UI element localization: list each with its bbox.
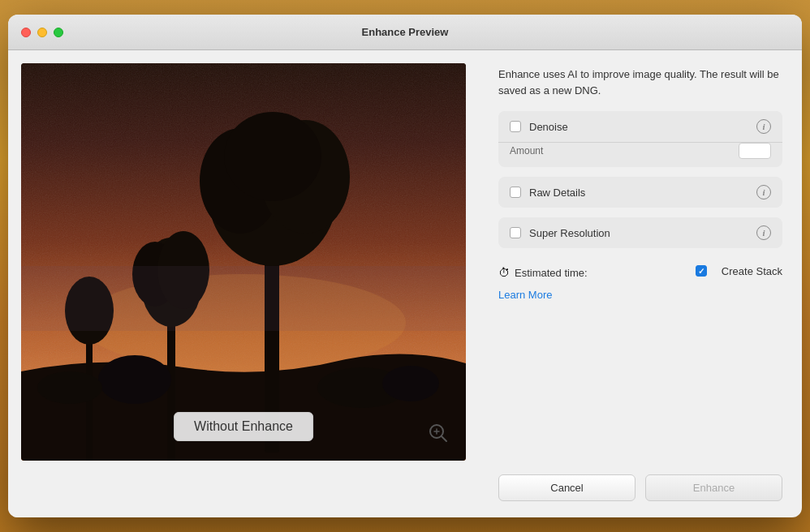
without-enhance-badge: Without Enhance [174,412,313,441]
right-panel: Enhance uses AI to improve image quality… [479,50,802,517]
clock-icon: ⏱ [498,266,510,279]
amount-label: Amount [510,145,732,157]
amount-input[interactable] [739,143,771,159]
window-controls [21,28,63,37]
super-resolution-info-icon[interactable]: i [756,225,771,240]
enhance-preview-window: Enhance Preview [8,15,802,517]
svg-rect-19 [21,63,466,461]
maximize-button[interactable] [54,28,63,37]
denoise-label: Denoise [529,121,756,133]
zoom-icon[interactable] [427,422,450,444]
learn-more-link[interactable]: Learn More [498,289,782,301]
raw-details-section: Raw Details i [498,177,782,208]
enhance-button[interactable]: Enhance [645,474,782,501]
denoise-checkbox[interactable] [510,121,521,132]
preview-image: Without Enhance [21,63,466,461]
denoise-info-icon[interactable]: i [756,119,771,134]
raw-details-label: Raw Details [529,187,756,199]
close-button[interactable] [21,28,31,37]
window-title: Enhance Preview [362,26,449,38]
minimize-button[interactable] [37,28,47,37]
super-resolution-section: Super Resolution i [498,217,782,248]
raw-details-info-icon[interactable]: i [756,185,771,200]
denoise-section: Denoise i Amount [498,111,782,167]
denoise-row: Denoise i [498,111,782,143]
image-panel: Without Enhance [8,50,479,517]
amount-row: Amount [498,143,782,167]
raw-details-checkbox[interactable] [510,187,521,198]
create-stack-checkbox[interactable] [696,265,707,277]
super-resolution-checkbox[interactable] [510,227,521,238]
super-resolution-row: Super Resolution i [498,217,782,248]
estimated-time-row: ⏱ Estimated time: [498,266,588,279]
create-stack-label: Create Stack [722,265,782,277]
main-content: Without Enhance Enhance uses AI to impro… [8,50,802,517]
raw-details-row: Raw Details i [498,177,782,208]
title-bar: Enhance Preview [8,15,802,50]
svg-line-21 [442,436,446,441]
estimated-label: Estimated time: [515,267,588,279]
super-resolution-label: Super Resolution [529,227,756,239]
create-stack-section: Create Stack [696,265,782,277]
description-text: Enhance uses AI to improve image quality… [498,66,782,98]
cancel-button[interactable]: Cancel [498,474,636,501]
